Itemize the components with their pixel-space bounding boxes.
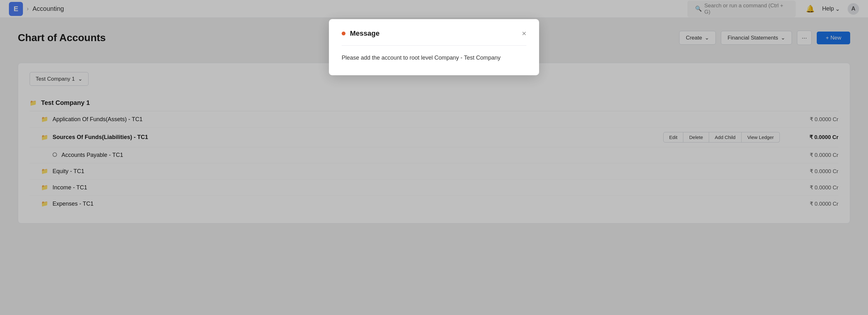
modal-close-button[interactable]: × [522,30,526,37]
modal-overlay: Message × Please add the account to root… [0,0,868,315]
message-modal: Message × Please add the account to root… [329,19,539,75]
modal-title-dot [342,32,345,35]
modal-title: Message [342,29,379,38]
modal-body: Please add the account to root level Com… [342,53,526,62]
modal-divider [342,45,526,46]
modal-header: Message × [342,29,526,38]
